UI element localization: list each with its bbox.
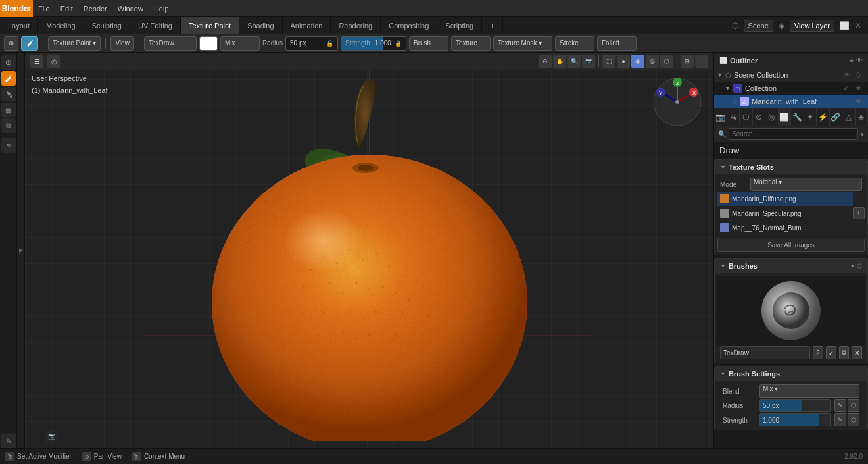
menu-edit[interactable]: Edit — [55, 0, 78, 16]
tab-texture-paint[interactable]: Texture Paint — [181, 17, 239, 34]
paint-mode-dropdown[interactable]: Texture Paint ▾ — [48, 36, 101, 51]
prop-particles-tab[interactable]: ✦ — [804, 108, 817, 126]
mode-icon-cursor[interactable]: ⊕ — [4, 36, 18, 51]
tab-sculpting[interactable]: Sculpting — [84, 17, 130, 34]
gizmo-icon[interactable]: ⋯ — [695, 55, 708, 68]
menu-window[interactable]: Window — [112, 0, 149, 16]
tab-rendering[interactable]: Rendering — [331, 17, 381, 34]
search-input[interactable] — [729, 128, 858, 140]
strength-slider[interactable]: 1.000 — [760, 413, 831, 426]
tool-mask[interactable]: ▦ — [1, 103, 16, 117]
prop-world-tab[interactable]: ◎ — [765, 108, 779, 126]
shade-lm-icon[interactable]: ◉ — [631, 55, 644, 68]
collection-item[interactable]: ▼ □ Collection ✓ 👁 — [714, 82, 868, 95]
tool-annotate-pen[interactable]: ✎ — [1, 434, 16, 448]
brushes-header[interactable]: ▼ Brushes ▾ ⬡ — [715, 259, 867, 273]
prop-modifier-tab[interactable]: 🔧 — [791, 108, 804, 126]
brush-copy-btn[interactable]: ⧉ — [839, 346, 850, 359]
collection-restrict-btn[interactable]: 👁 — [854, 84, 863, 93]
menu-render[interactable]: Render — [78, 0, 112, 16]
stroke-dropdown[interactable]: Stroke — [555, 36, 594, 51]
blend-select[interactable]: Mix ▾ — [760, 384, 859, 398]
texture-slot-3[interactable]: Map__76_Normal_Bum... — [717, 220, 853, 235]
radius-lock-btn[interactable]: ⬡ — [848, 399, 859, 412]
tool-cursor[interactable]: ⊕ — [1, 55, 16, 70]
radius-edit-btn[interactable]: ✎ — [834, 399, 846, 412]
overlay-icon[interactable]: ⊞ — [681, 55, 694, 68]
tab-uv-editing[interactable]: UV Editing — [130, 17, 181, 34]
scene-restrict-btn[interactable]: ⬡ — [854, 70, 863, 80]
tab-animation[interactable]: Animation — [283, 17, 331, 34]
texture-slots-header[interactable]: ▼ Texture Slots — [715, 160, 867, 174]
falloff-dropdown[interactable]: Falloff — [597, 36, 637, 51]
strength-edit-btn[interactable]: ✎ — [834, 413, 846, 426]
view-layer-value[interactable]: View Layer — [790, 20, 834, 32]
viewport-shade-icon[interactable]: ◎ — [47, 55, 60, 68]
menu-file[interactable]: File — [33, 0, 55, 16]
color-swatch[interactable] — [199, 36, 218, 51]
prop-view-layer-tab[interactable]: ⬡ — [740, 108, 753, 126]
collection-vis-btn[interactable]: ✓ — [842, 84, 851, 93]
brushes-dropdown-icon[interactable]: ▾ — [851, 263, 854, 269]
tool-clone[interactable]: ⧉ — [1, 118, 16, 133]
strength-lock-btn[interactable]: ⬡ — [848, 413, 859, 426]
mandarin-vis-btn[interactable]: 👁 — [854, 97, 863, 106]
prop-object-tab[interactable]: ⬜ — [779, 108, 792, 126]
shade-render2-icon[interactable]: ⬡ — [660, 55, 673, 68]
left-n-panel[interactable]: ▶ — [17, 53, 25, 448]
scene-dropdown[interactable]: Scene — [744, 20, 773, 32]
scene-vis-btn[interactable]: 👁 — [842, 70, 851, 80]
tab-scripting[interactable]: Scripting — [437, 17, 482, 34]
brush-name-dropdown[interactable]: TexDraw — [144, 36, 197, 51]
outliner-eye-icon[interactable]: 👁 — [856, 57, 863, 64]
brush-delete-btn[interactable]: ✕ — [852, 346, 862, 359]
mandarin-object-item[interactable]: ▷ △ Mandarin_with_Leaf 👁 — [714, 95, 868, 108]
prop-data-tab[interactable]: △ — [842, 108, 856, 126]
shade-render-icon[interactable]: ◎ — [646, 55, 659, 68]
radius-slider[interactable]: 50 px — [760, 399, 831, 412]
tool-fill[interactable] — [1, 87, 16, 101]
add-workspace-button[interactable]: + — [482, 17, 502, 34]
prop-material-tab[interactable]: ◈ — [856, 108, 869, 126]
prop-constraints-tab[interactable]: 🔗 — [830, 108, 843, 126]
radius-lock-icon[interactable]: 🔒 — [326, 40, 333, 47]
mode-select[interactable]: Material ▾ — [750, 178, 862, 191]
radius-input[interactable]: 50 px 🔒 — [285, 36, 338, 51]
viewport-zoom-icon[interactable]: 🔍 — [567, 55, 581, 68]
shade-wire-icon[interactable]: ⬚ — [602, 55, 615, 68]
camera-btn[interactable]: 📷 — [45, 430, 58, 443]
menu-help[interactable]: Help — [149, 0, 174, 16]
tab-compositing[interactable]: Compositing — [381, 17, 437, 34]
texture-slot-1[interactable]: Mandarin_Diffuse.png — [717, 192, 853, 206]
filter-icon[interactable]: ▾ — [861, 131, 864, 138]
brush-transfer-icon[interactable]: ⬡ — [857, 263, 862, 269]
viewport-cam-icon[interactable]: 📷 — [582, 55, 595, 68]
viewport-hand-icon[interactable]: ✋ — [553, 55, 566, 68]
prop-output-tab[interactable]: 🖨 — [727, 108, 740, 126]
texture-mask-dropdown[interactable]: Texture Mask ▾ — [493, 36, 552, 51]
texture-dropdown[interactable]: Texture — [451, 36, 491, 51]
shade-solid-icon[interactable]: ● — [617, 55, 630, 68]
viewport-orbit-icon[interactable]: ⊙ — [539, 55, 552, 68]
close-icon[interactable]: ✕ — [855, 21, 861, 30]
save-all-images-button[interactable]: Save All Images — [717, 238, 865, 252]
viewport-menu-icon[interactable]: ☰ — [30, 55, 43, 68]
prop-physics-tab[interactable]: ⚡ — [817, 108, 830, 126]
outliner-filter-icon[interactable]: ≡ — [850, 57, 854, 64]
tool-draw[interactable] — [1, 71, 16, 86]
scene-collection-item[interactable]: ▼ ⬡ Scene Collection 👁 ⬡ — [714, 68, 868, 82]
nav-gizmo[interactable]: X Y Z — [651, 76, 704, 128]
tab-modeling[interactable]: Modeling — [38, 17, 84, 34]
add-texture-slot-button[interactable]: + — [853, 207, 865, 219]
tool-smear[interactable]: ≋ — [1, 138, 16, 153]
view-button[interactable]: View — [110, 36, 134, 51]
strength-bar[interactable]: Strength 1.000 🔒 — [341, 36, 406, 51]
tab-shading[interactable]: Shading — [239, 17, 282, 34]
brush-dropdown[interactable]: Brush — [409, 36, 448, 51]
blend-mode-dropdown[interactable]: Mix — [220, 36, 260, 51]
brush-settings-header[interactable]: ▼ Brush Settings — [715, 367, 867, 381]
viewport[interactable]: ☰ ◎ ⊙ ✋ 🔍 📷 ⬚ ● ◉ ◎ ⬡ ⊞ ⋯ U — [25, 53, 713, 448]
brush-check-btn[interactable]: ✓ — [826, 346, 836, 359]
texture-slot-2[interactable]: Mandarin_Specular.png — [717, 206, 853, 220]
blender-logo[interactable]: Blender — [0, 0, 33, 17]
